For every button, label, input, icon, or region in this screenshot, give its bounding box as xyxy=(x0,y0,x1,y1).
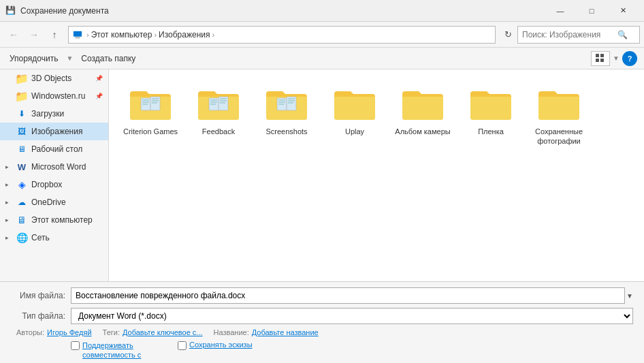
folder-screenshots[interactable]: Screenshots xyxy=(256,80,317,149)
folder-icon-container xyxy=(263,83,310,124)
sidebar-item-network[interactable]: ▸ 🌐 Сеть xyxy=(0,229,108,247)
sidebar-item-images[interactable]: 🖼 Изображения xyxy=(0,123,108,140)
expand-arrow: ▸ xyxy=(5,181,12,188)
compatibility-checkbox[interactable] xyxy=(71,341,80,350)
close-button[interactable]: ✕ xyxy=(607,0,639,22)
filename-label: Имя файла: xyxy=(11,291,65,300)
authors-label: Авторы: xyxy=(16,328,44,336)
folder-feedback[interactable]: Feedback xyxy=(188,80,249,149)
toolbar2-right: ▼ ? xyxy=(591,51,637,66)
help-button[interactable]: ? xyxy=(622,51,637,66)
back-button[interactable]: ← xyxy=(4,25,23,44)
onedrive-icon: ☁ xyxy=(16,197,27,208)
files-area: Criterion Games Feedback xyxy=(109,69,644,281)
folder-album-label: Альбом камеры xyxy=(395,127,450,136)
sidebar-item-dropbox[interactable]: ▸ ◈ Dropbox xyxy=(0,176,108,193)
authors-value[interactable]: Игорь Федяй xyxy=(47,328,91,336)
separator-2: › xyxy=(154,31,157,39)
sidebar-item-windowsten[interactable]: 📁 Windowsten.ru 📌 xyxy=(0,87,108,105)
tags-label: Теги: xyxy=(103,328,120,336)
sidebar-item-3d-objects[interactable]: 📁 3D Objects 📌 xyxy=(0,69,108,87)
checkbox-thumbnails[interactable]: Сохранять эскизы xyxy=(178,341,253,363)
folder-saved-photos-label: Сохраненные фотографии xyxy=(531,127,587,146)
maximize-button[interactable]: □ xyxy=(576,0,607,22)
sidebar-item-desktop[interactable]: 🖥 Рабочий стол xyxy=(0,140,108,158)
view-arrow: ▼ xyxy=(613,54,619,62)
bottom-panel: Имя файла: ▼ Тип файла: Документ Word (*… xyxy=(0,281,644,363)
filename-input[interactable] xyxy=(71,287,625,304)
checkbox-row: Поддерживать совместимость с предыдущими… xyxy=(11,341,633,363)
separator-1: › xyxy=(86,31,89,39)
computer-icon: 🖥 xyxy=(16,215,27,225)
sidebar-item-word[interactable]: ▸ W Microsoft Word xyxy=(0,158,108,176)
up-button[interactable]: ↑ xyxy=(45,25,64,44)
dropbox-icon: ◈ xyxy=(16,179,27,190)
thumbnails-checkbox[interactable] xyxy=(178,341,187,350)
tags-value[interactable]: Добавьте ключевое с... xyxy=(123,328,203,336)
nav-toolbar: ← → ↑ › Этот компьютер › Изображения › ↻… xyxy=(0,22,644,48)
address-computer xyxy=(73,29,84,40)
sidebar-label-thispc: Этот компьютер xyxy=(31,215,93,225)
folder-criterion-label: Criterion Games xyxy=(123,127,178,136)
tags-field: Теги: Добавьте ключевое с... xyxy=(103,328,203,336)
sidebar: 📁 3D Objects 📌 📁 Windowsten.ru 📌 ⬇ Загру… xyxy=(0,69,109,281)
folder-icon-container xyxy=(399,83,447,124)
sidebar-label-downloads: Загрузки xyxy=(31,109,64,119)
view-button[interactable] xyxy=(591,51,610,66)
search-input[interactable] xyxy=(522,30,617,40)
expand-arrow: ▸ xyxy=(5,163,12,170)
images-icon: 🖼 xyxy=(16,126,27,137)
address-computer-text: Этот компьютер xyxy=(91,30,152,40)
minimize-button[interactable]: — xyxy=(545,0,576,22)
expand-arrow: ▸ xyxy=(5,217,12,223)
folder-criterion[interactable]: Criterion Games xyxy=(120,80,181,149)
title-label: Название: xyxy=(214,328,249,336)
filetype-select[interactable]: Документ Word (*.docx) xyxy=(71,308,633,324)
folder-saved-photos[interactable]: Сохраненные фотографии xyxy=(528,80,590,149)
search-box: 🔍 xyxy=(517,26,640,44)
pin-icon: 📌 xyxy=(95,75,103,82)
expand-arrow: ▸ xyxy=(5,199,12,206)
organize-button[interactable]: Упорядочить xyxy=(7,52,61,65)
folder-album[interactable]: Альбом камеры xyxy=(392,80,453,149)
main-area: 📁 3D Objects 📌 📁 Windowsten.ru 📌 ⬇ Загру… xyxy=(0,69,644,281)
checkbox-compatibility[interactable]: Поддерживать совместимость с предыдущими xyxy=(71,341,164,363)
address-folder: Изображения xyxy=(159,30,210,40)
folder-icon-container xyxy=(127,83,174,124)
compatibility-label: Поддерживать совместимость с предыдущими xyxy=(82,341,164,363)
sidebar-item-thispc[interactable]: ▸ 🖥 Этот компьютер xyxy=(0,211,108,229)
thumbnails-label: Сохранять эскизы xyxy=(189,341,253,349)
folder-icon-container xyxy=(535,83,583,124)
title-field: Название: Добавьте название xyxy=(214,328,319,336)
new-folder-button[interactable]: Создать папку xyxy=(78,52,138,65)
svg-rect-5 xyxy=(600,59,604,62)
forward-button[interactable]: → xyxy=(25,25,44,44)
network-icon: 🌐 xyxy=(16,232,27,243)
titlebar-controls: — □ ✕ xyxy=(545,0,639,22)
titlebar: 💾 Сохранение документа — □ ✕ xyxy=(0,0,644,22)
sidebar-label-network: Сеть xyxy=(31,233,50,242)
folder-icon-container xyxy=(331,83,379,124)
sidebar-label-desktop: Рабочий стол xyxy=(31,144,82,154)
sidebar-label-dropbox: Dropbox xyxy=(31,180,62,189)
address-bar: › Этот компьютер › Изображения › xyxy=(68,26,496,44)
refresh-button[interactable]: ↻ xyxy=(500,26,516,44)
sidebar-label-images: Изображения xyxy=(31,127,82,136)
folder-plenka[interactable]: Пленка xyxy=(460,80,521,149)
sidebar-item-downloads[interactable]: ⬇ Загрузки xyxy=(0,105,108,123)
pin-icon: 📌 xyxy=(95,93,103,99)
svg-rect-3 xyxy=(600,54,604,57)
title-value[interactable]: Добавьте название xyxy=(252,328,319,336)
folder-icon-container xyxy=(195,83,242,124)
filename-dropdown[interactable]: ▼ xyxy=(626,292,633,300)
separator-3: › xyxy=(212,31,215,39)
svg-rect-4 xyxy=(596,59,599,62)
svg-rect-2 xyxy=(596,54,599,57)
folder-uplay[interactable]: Uplay xyxy=(324,80,385,149)
sidebar-label-windowsten: Windowsten.ru xyxy=(31,91,85,101)
sidebar-item-onedrive[interactable]: ▸ ☁ OneDrive xyxy=(0,193,108,211)
downloads-icon: ⬇ xyxy=(16,108,27,119)
svg-rect-1 xyxy=(76,37,80,38)
folder-icon: 📁 xyxy=(16,73,27,84)
sidebar-label-word: Microsoft Word xyxy=(31,162,86,172)
